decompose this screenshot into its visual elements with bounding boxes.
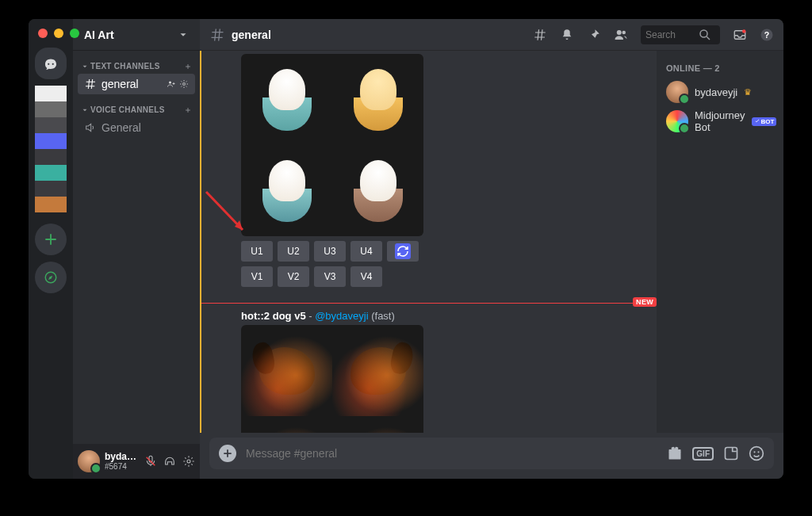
message-text: hot::2 dog v5 - @bydaveyji (fast) xyxy=(241,310,644,322)
image-grid[interactable] xyxy=(241,325,423,433)
svg-point-2 xyxy=(183,83,186,86)
grid-cell xyxy=(241,54,332,145)
svg-point-4 xyxy=(617,30,622,35)
home-button[interactable] xyxy=(35,48,67,79)
main-area: general ? xyxy=(200,19,783,479)
search-box[interactable] xyxy=(641,25,720,44)
new-badge: NEW xyxy=(633,297,657,307)
svg-rect-13 xyxy=(726,448,737,460)
svg-text:?: ? xyxy=(764,29,769,39)
upscale-2-button[interactable]: U2 xyxy=(278,241,309,262)
member-list-header: ONLINE — 2 xyxy=(663,63,777,73)
variation-3-button[interactable]: V3 xyxy=(314,266,346,287)
search-icon xyxy=(698,28,712,42)
text-channels-category[interactable]: TEXT CHANNELS xyxy=(78,59,195,74)
user-tag: #5674 xyxy=(105,462,140,471)
gif-button[interactable]: GIF xyxy=(692,447,714,461)
window-controls xyxy=(38,29,79,38)
voice-channels-category[interactable]: VOICE CHANNELS xyxy=(78,102,195,117)
crown-icon: ♛ xyxy=(744,87,752,97)
svg-point-3 xyxy=(187,460,190,463)
add-channel-icon[interactable] xyxy=(184,106,192,114)
upscale-3-button[interactable]: U3 xyxy=(314,241,346,262)
svg-point-5 xyxy=(622,30,626,34)
pin-icon[interactable] xyxy=(587,28,601,42)
server-folder[interactable] xyxy=(35,86,67,212)
svg-point-6 xyxy=(700,30,707,37)
member-name: bydaveyji xyxy=(695,86,737,98)
user-panel: bydaveyji #5674 xyxy=(73,444,200,479)
add-channel-icon[interactable] xyxy=(184,63,192,71)
grid-cell xyxy=(241,145,332,236)
username: bydaveyji xyxy=(105,452,140,462)
chevron-down-icon xyxy=(178,29,189,40)
volume-icon xyxy=(84,121,97,134)
discord-window: AI Art TEXT CHANNELS general VOICE CHANN… xyxy=(29,19,783,479)
gift-icon[interactable] xyxy=(667,445,683,461)
mute-icon[interactable] xyxy=(144,455,157,468)
invite-icon[interactable] xyxy=(167,79,176,89)
gear-icon[interactable] xyxy=(179,79,189,89)
minimize-window-button[interactable] xyxy=(54,29,63,38)
attach-button[interactable] xyxy=(219,445,236,462)
svg-point-16 xyxy=(757,451,759,453)
bot-badge: BOT xyxy=(752,117,777,126)
member-avatar xyxy=(666,81,688,103)
message-input-bar: GIF xyxy=(209,438,774,469)
server-header[interactable]: AI Art xyxy=(73,19,200,51)
deafen-icon[interactable] xyxy=(163,455,176,468)
message-item: U1 U2 U3 U4 V1 V2 V3 V4 xyxy=(201,51,657,295)
hash-icon xyxy=(84,78,97,90)
user-info[interactable]: bydaveyji #5674 xyxy=(105,452,140,471)
grid-cell xyxy=(332,325,423,416)
chat-header: general ? xyxy=(200,19,783,51)
upscale-1-button[interactable]: U1 xyxy=(241,241,273,262)
add-server-button[interactable] xyxy=(35,224,67,255)
message-input[interactable] xyxy=(246,447,657,460)
svg-point-1 xyxy=(169,82,171,84)
search-input[interactable] xyxy=(645,29,695,40)
message-list[interactable]: U1 U2 U3 U4 V1 V2 V3 V4 NEW xyxy=(200,51,657,433)
channel-list: TEXT CHANNELS general VOICE CHANNELS Gen… xyxy=(73,51,200,444)
variation-4-button[interactable]: V4 xyxy=(350,266,382,287)
grid-cell xyxy=(332,145,423,236)
channel-general[interactable]: general xyxy=(78,74,195,94)
svg-point-8 xyxy=(742,29,746,33)
members-icon[interactable] xyxy=(614,28,628,42)
svg-rect-12 xyxy=(669,449,681,452)
threads-icon[interactable] xyxy=(533,28,547,42)
sticker-icon[interactable] xyxy=(723,445,739,461)
inbox-icon[interactable] xyxy=(733,28,747,42)
svg-point-14 xyxy=(750,447,764,461)
upscale-4-button[interactable]: U4 xyxy=(350,241,382,262)
voice-channel-label: General xyxy=(102,121,141,134)
emoji-icon[interactable] xyxy=(749,445,764,461)
member-item[interactable]: Midjourney Bot BOT xyxy=(663,106,777,136)
help-icon[interactable]: ? xyxy=(760,28,774,42)
channel-sidebar: AI Art TEXT CHANNELS general VOICE CHANN… xyxy=(73,19,200,479)
member-item[interactable]: bydaveyji ♛ xyxy=(663,78,777,106)
member-name: Midjourney Bot xyxy=(695,109,745,133)
image-grid[interactable] xyxy=(241,54,423,236)
new-messages-divider: NEW xyxy=(201,303,657,304)
server-rail xyxy=(29,19,73,479)
close-window-button[interactable] xyxy=(38,29,48,38)
settings-icon[interactable] xyxy=(182,455,195,468)
reroll-button[interactable] xyxy=(387,241,419,262)
member-avatar xyxy=(666,110,688,132)
grid-cell xyxy=(332,54,423,145)
svg-rect-11 xyxy=(669,452,681,460)
explore-servers-button[interactable] xyxy=(35,262,67,293)
voice-channel-general[interactable]: General xyxy=(78,117,195,138)
notifications-icon[interactable] xyxy=(560,28,574,42)
maximize-window-button[interactable] xyxy=(70,29,79,38)
message-item: hot::2 dog v5 - @bydaveyji (fast) U1 U2 … xyxy=(201,307,657,433)
variation-1-button[interactable]: V1 xyxy=(241,266,273,287)
user-avatar[interactable] xyxy=(78,450,100,472)
user-mention[interactable]: @bydaveyji xyxy=(315,310,368,322)
variation-2-button[interactable]: V2 xyxy=(278,266,309,287)
hash-icon xyxy=(209,27,225,43)
member-list: ONLINE — 2 bydaveyji ♛ Midjourney Bot BO… xyxy=(657,51,783,433)
grid-cell xyxy=(241,416,332,433)
grid-cell xyxy=(241,325,332,416)
